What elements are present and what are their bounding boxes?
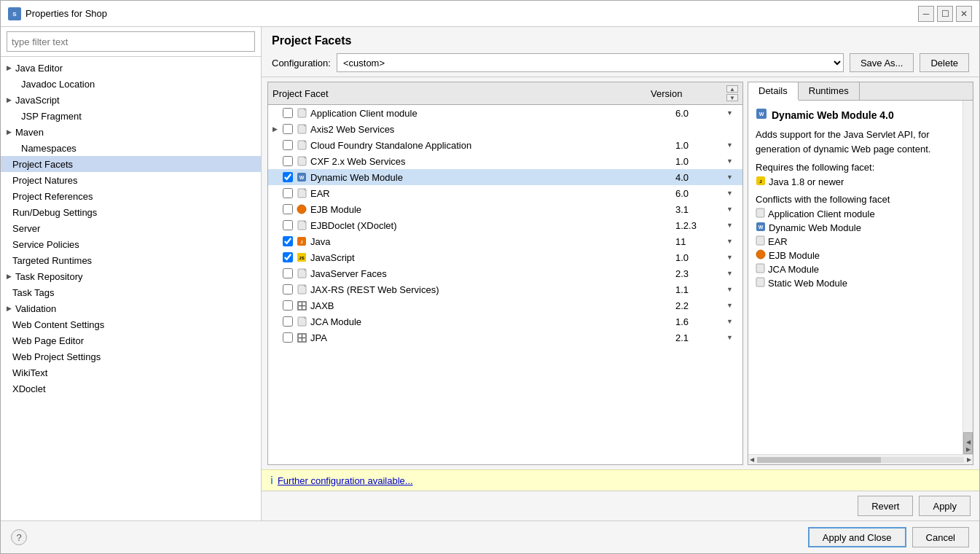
cancel-button[interactable]: Cancel [912,527,969,547]
sidebar-item-wikitext[interactable]: WikiText [1,364,261,381]
sidebar-item-project-references[interactable]: Project References [1,188,261,204]
sidebar-item-namespaces[interactable]: Namespaces [1,140,261,156]
sidebar-item-project-facets[interactable]: Project Facets [1,156,261,172]
details-scrollbar[interactable]: ◀ ▶ [963,101,973,454]
details-hscrollbar[interactable]: ◀ ▶ [748,454,973,464]
facet-check-axis2[interactable] [283,124,293,134]
filter-input[interactable] [7,31,255,52]
sidebar-item-javadoc-location[interactable]: Javadoc Location [1,76,261,92]
sidebar-item-javascript[interactable]: JavaScript [1,92,261,108]
facet-name-ear: EAR [310,188,675,199]
revert-button[interactable]: Revert [858,496,913,516]
apply-button[interactable]: Apply [919,496,971,516]
sidebar-item-label: Run/Debug Settings [12,207,97,218]
sidebar-item-jsp-fragment[interactable]: JSP Fragment [1,108,261,124]
facet-check-app-client[interactable] [283,108,293,118]
facet-row-cxf[interactable]: CXF 2.x Web Services 1.0 ▼ [268,153,742,169]
facet-check-ejb-module[interactable] [283,204,293,214]
sidebar-item-web-project-settings[interactable]: Web Project Settings [1,348,261,364]
svg-text:W: W [758,225,764,230]
facet-version-arrow-java[interactable]: ▼ [726,238,738,245]
delete-button[interactable]: Delete [920,53,969,72]
facet-check-jca-module[interactable] [283,316,293,327]
facet-version-arrow-ear[interactable]: ▼ [726,190,738,197]
facet-check-javascript2[interactable] [283,252,293,262]
save-as-button[interactable]: Save As... [850,53,914,72]
facet-check-java[interactable] [283,236,293,246]
sidebar-item-java-editor[interactable]: Java Editor [1,60,261,76]
facet-row-jaxb[interactable]: JAXB 2.2 ▼ [268,297,742,313]
facet-check-cxf[interactable] [283,156,293,166]
facet-row-axis2[interactable]: ▶ Axis2 Web Services [268,121,742,137]
facet-row-dynamic-web[interactable]: W Dynamic Web Module 4.0 ▼ [268,169,742,185]
facet-row-jsf[interactable]: JavaServer Faces 2.3 ▼ [268,265,742,281]
details-conflict-dynamic-web: W Dynamic Web Module [756,222,955,234]
facet-version-arrow-javascript2[interactable]: ▼ [726,254,738,261]
sidebar-item-service-policies[interactable]: Service Policies [1,236,261,252]
facet-row-ear[interactable]: EAR 6.0 ▼ [268,185,742,201]
sidebar-item-xdoclet[interactable]: XDoclet [1,381,261,397]
facet-row-ejbdoclet[interactable]: EJBDoclet (XDoclet) 1.2.3 ▼ [268,217,742,233]
facet-row-javascript2[interactable]: JS JavaScript 1.0 ▼ [268,249,742,265]
sidebar-item-project-natures[interactable]: Project Natures [1,172,261,188]
scroll-down-button[interactable]: ▼ [726,94,738,101]
config-select[interactable]: <custom> Default [337,53,844,72]
facets-table-body[interactable]: Application Client module 6.0 ▼ ▶ Axis2 … [268,105,742,464]
close-button[interactable]: ✕ [956,6,972,22]
facet-check-dynamic-web[interactable] [283,172,293,182]
facet-check-jax-rs[interactable] [283,284,293,294]
facet-version-arrow-cxf[interactable]: ▼ [726,157,738,165]
svg-rect-37 [756,208,764,217]
help-button[interactable]: ? [11,529,27,545]
tab-details[interactable]: Details [748,82,799,101]
facet-row-java[interactable]: J Java 11 ▼ [268,233,742,249]
sidebar-item-label: JavaScript [15,95,60,106]
facet-version-arrow-app-client[interactable]: ▼ [726,109,738,117]
facet-name-app-client: Application Client module [310,108,675,119]
facet-check-ejbdoclet[interactable] [283,220,293,230]
sidebar-item-maven[interactable]: Maven [1,124,261,140]
facet-version-arrow-jpa[interactable]: ▼ [726,334,738,341]
maximize-button[interactable]: ☐ [937,6,953,22]
sidebar-item-run-debug-settings[interactable]: Run/Debug Settings [1,204,261,220]
details-conflict-ejb-icon [756,249,766,262]
facet-version-arrow-ejb-module[interactable]: ▼ [726,206,738,213]
facet-row-ejb-module[interactable]: EJB Module 3.1 ▼ [268,201,742,217]
sidebar-item-targeted-runtimes[interactable]: Targeted Runtimes [1,252,261,268]
facet-version-arrow-cloud-foundry[interactable]: ▼ [726,141,738,149]
right-panel: Project Facets Configuration: <custom> D… [262,27,979,520]
facet-row-jca-module[interactable]: JCA Module 1.6 ▼ [268,313,742,329]
facet-check-jsf[interactable] [283,268,293,278]
facet-row-app-client[interactable]: Application Client module 6.0 ▼ [268,105,742,121]
scroll-up-button[interactable]: ▲ [726,85,738,93]
sidebar-item-task-tags[interactable]: Task Tags [1,284,261,300]
facet-version-arrow-jaxb[interactable]: ▼ [726,302,738,309]
sidebar-item-server[interactable]: Server [1,220,261,236]
tab-runtimes[interactable]: Runtimes [799,82,860,100]
facet-version-arrow-ejbdoclet[interactable]: ▼ [726,222,738,229]
further-config-link[interactable]: Further configuration available... [278,475,413,486]
facet-version-arrow-jsf[interactable]: ▼ [726,270,738,277]
expand-arrow-javascript [4,95,14,105]
facet-check-jaxb[interactable] [283,300,293,311]
facet-version-arrow-dynamic-web[interactable]: ▼ [726,173,738,181]
facet-check-jpa[interactable] [283,332,293,343]
facet-check-cloud-foundry[interactable] [283,140,293,150]
facet-version-dynamic-web: 4.0 [675,172,726,183]
sidebar-item-web-page-editor[interactable]: Web Page Editor [1,332,261,348]
facet-icon-app-client [296,107,307,119]
details-conflict-ear-label: EAR [768,236,788,247]
facet-version-arrow-jax-rs[interactable]: ▼ [726,286,738,293]
facet-version-app-client: 6.0 [675,108,726,119]
sidebar-item-web-content-settings[interactable]: Web Content Settings [1,316,261,332]
sidebar-item-task-repository[interactable]: Task Repository [1,268,261,284]
minimize-button[interactable]: ─ [918,6,934,22]
facet-row-jax-rs[interactable]: JAX-RS (REST Web Services) 1.1 ▼ [268,281,742,297]
facet-row-cloud-foundry[interactable]: Cloud Foundry Standalone Application 1.0… [268,137,742,153]
sidebar-item-validation[interactable]: Validation [1,300,261,316]
svg-text:J: J [759,179,761,184]
apply-close-button[interactable]: Apply and Close [808,527,906,547]
facet-row-jpa[interactable]: JPA 2.1 ▼ [268,329,742,346]
facet-version-arrow-jca-module[interactable]: ▼ [726,318,738,325]
facet-check-ear[interactable] [283,188,293,198]
